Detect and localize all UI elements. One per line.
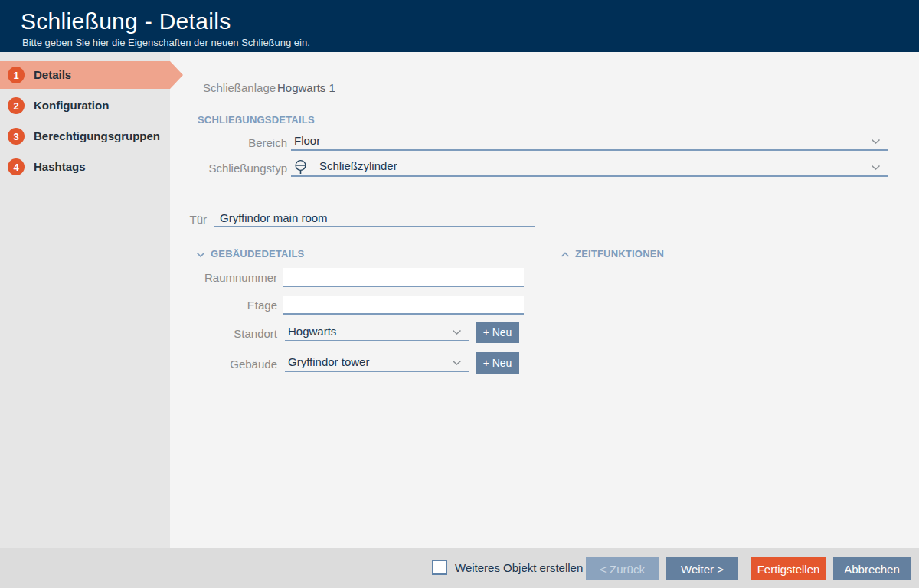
schliessungstyp-label: Schließungstyp: [134, 162, 287, 175]
section-header-zeitfunktionen: ZEITFUNKTIONEN: [575, 248, 664, 260]
neu-gebaeude-button[interactable]: + Neu: [476, 352, 519, 374]
page-subtitle: Bitte geben Sie hier die Eigenschaften d…: [22, 37, 310, 48]
tuer-label: Tür: [77, 213, 207, 226]
section-header-gebaeudedetails: GEBÄUDEDETAILS: [211, 248, 304, 260]
etage-label: Etage: [124, 299, 277, 312]
window-header: Schließung - Details Bitte geben Sie hie…: [0, 0, 919, 52]
chevron-down-icon: [871, 165, 881, 171]
standort-dropdown[interactable]: Hogwarts: [285, 325, 469, 341]
step-number-badge: 3: [8, 128, 25, 145]
bereich-value: Floor: [294, 134, 320, 147]
step-label: Hashtags: [34, 160, 86, 173]
active-step-arrow: [170, 61, 183, 89]
gebaeude-label: Gebäude: [124, 358, 277, 371]
section-header-schliessungsdetails: SCHLIEẞUNGSDETAILS: [198, 114, 315, 126]
standort-value: Hogwarts: [288, 325, 336, 338]
bereich-dropdown[interactable]: Floor: [291, 134, 888, 151]
step-label: Details: [34, 68, 71, 81]
etage-input[interactable]: [283, 296, 524, 315]
schliessanlage-value: Hogwarts 1: [277, 81, 335, 94]
schliessungstyp-dropdown[interactable]: Schließzylinder: [291, 158, 888, 177]
weiter-button[interactable]: Weiter >: [666, 557, 738, 580]
wizard-step-details[interactable]: 1 Details: [0, 61, 170, 89]
chevron-down-icon: [196, 252, 205, 258]
weiteres-objekt-checkbox[interactable]: [432, 560, 447, 575]
raumnummer-input[interactable]: [283, 268, 524, 287]
standort-label: Standort: [124, 327, 277, 340]
fertigstellen-button[interactable]: Fertigstellen: [751, 557, 826, 580]
chevron-down-icon: [452, 360, 462, 366]
neu-standort-button[interactable]: + Neu: [476, 322, 519, 343]
step-number-badge: 4: [8, 158, 25, 175]
step-label: Konfiguration: [34, 99, 109, 112]
tuer-input[interactable]: [214, 210, 535, 227]
chevron-down-icon: [871, 139, 881, 145]
weiteres-objekt-checkbox-label: Weiteres Objekt erstellen: [455, 561, 583, 574]
zurueck-button[interactable]: < Zurück: [586, 557, 659, 580]
schliessungstyp-value: Schließzylinder: [319, 159, 397, 172]
step-number-badge: 1: [8, 67, 25, 83]
wizard-step-konfiguration[interactable]: 2 Konfiguration: [0, 92, 170, 119]
gebaeude-value: Gryffindor tower: [288, 355, 369, 368]
chevron-down-icon: [452, 329, 462, 335]
chevron-up-icon: [561, 252, 570, 258]
bereich-label: Bereich: [134, 136, 287, 149]
page-title: Schließung - Details: [21, 8, 231, 34]
abbrechen-button[interactable]: Abbrechen: [833, 557, 911, 580]
lock-cylinder-icon: [294, 159, 307, 175]
schliessanlage-label: Schließanlage: [203, 81, 276, 94]
raumnummer-label: Raumnummer: [124, 271, 277, 284]
step-number-badge: 2: [8, 97, 25, 114]
gebaeude-dropdown[interactable]: Gryffindor tower: [285, 355, 469, 372]
